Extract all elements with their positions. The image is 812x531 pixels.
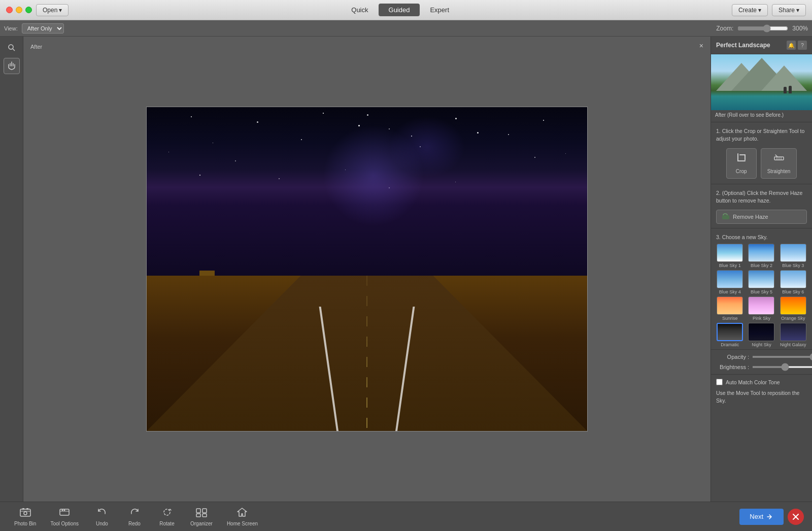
next-arrow-icon [765,513,773,521]
panel-notification-icon[interactable]: 🔔 [787,41,796,50]
photo-bin-label: Photo Bin [14,521,36,526]
sky-item-sunrise[interactable]: Sunrise [715,296,745,321]
bottom-right: Next [739,509,804,525]
divider-4 [711,349,812,350]
sky-thumb-blue-sky-1 [717,244,743,262]
photo-bin-button[interactable]: Photo Bin [8,505,42,528]
main-layout: After × [0,37,812,502]
rotate-label: Rotate [159,521,174,526]
sky-item-blue-sky-3[interactable]: Blue Sky 3 [779,244,808,268]
panel-help-icon[interactable]: ? [798,41,807,50]
undo-icon [96,507,108,520]
auto-match-checkbox[interactable] [716,379,723,385]
panel-header: Perfect Landscape 🔔 ? [711,37,812,54]
svg-rect-9 [22,508,24,510]
divider-1 [711,122,812,122]
svg-rect-17 [196,509,200,513]
sky-label-night-galaxy: Night Galaxy [780,342,806,347]
undo-button[interactable]: Undo [87,505,117,528]
divider-3 [711,228,812,228]
auto-match-label: Auto Match Color Tone [726,379,780,385]
sky-item-night-galaxy[interactable]: Night Galaxy [779,323,808,347]
sky-item-dramatic[interactable]: Dramatic [715,323,745,347]
left-toolbar [0,37,23,502]
brightness-slider[interactable] [752,366,812,368]
share-button[interactable]: Share ▾ [772,4,806,16]
svg-rect-18 [202,509,207,513]
svg-rect-20 [202,514,207,517]
road-layer [147,276,587,431]
titlebar: Open ▾ Quick Guided Expert Create ▾ Shar… [0,0,812,20]
home-screen-icon [236,507,248,520]
crop-tool-card[interactable]: Crop [726,148,757,179]
photo-bin-icon [20,507,31,520]
step3-text: 3. Choose a new Sky. [711,230,812,244]
sky-label-dramatic: Dramatic [721,342,739,347]
redo-button[interactable]: Redo [119,505,150,528]
open-button[interactable]: Open ▾ [36,4,69,16]
canvas-close-button[interactable]: × [696,41,706,51]
hand-tool-button[interactable] [4,58,20,74]
zoom-tool-button[interactable] [4,40,20,56]
canvas-label: After [30,44,42,50]
minimize-button[interactable] [16,7,22,13]
organizer-label: Organizer [190,521,213,526]
traffic-lights [6,7,32,13]
sky-item-blue-sky-5[interactable]: Blue Sky 5 [747,270,776,294]
close-button[interactable] [6,7,13,13]
sky-item-blue-sky-1[interactable]: Blue Sky 1 [715,244,745,268]
remove-haze-button[interactable]: Remove Haze [716,210,807,224]
svg-point-14 [62,509,63,511]
brightness-row: Brightness : [711,362,812,372]
home-screen-button[interactable]: Home Screen [221,505,264,528]
zoom-area: Zoom: 300% [716,24,808,32]
organizer-button[interactable]: Organizer [184,505,219,528]
opacity-slider[interactable] [752,356,812,358]
sky-item-night-sky[interactable]: Night Sky [747,323,776,347]
sky-item-blue-sky-2[interactable]: Blue Sky 2 [747,244,776,268]
redo-label: Redo [128,521,141,526]
sky-thumb-blue-sky-4 [717,270,743,288]
straighten-label: Straighten [767,169,791,174]
sky-thumb-dramatic [717,323,743,341]
straighten-tool-card[interactable]: Straighten [761,148,797,179]
bottom-bar: Photo Bin Tool Options Undo [0,502,812,531]
tool-buttons-row: Crop Straighten [711,145,812,182]
sky-thumb-sunrise [717,296,743,315]
sky-layer [147,107,587,285]
opacity-label: Opacity : [716,354,749,360]
brightness-label: Brightness : [716,364,749,370]
tool-options-button[interactable]: Tool Options [44,505,85,528]
sky-thumb-night-galaxy [780,323,806,341]
tab-quick[interactable]: Quick [341,4,378,16]
right-panel: Perfect Landscape 🔔 ? After (Roll over t… [710,37,812,502]
cancel-button[interactable] [788,509,804,525]
next-button[interactable]: Next [739,509,784,525]
sky-label-blue-sky-5: Blue Sky 5 [751,289,772,294]
sky-grid: Blue Sky 1Blue Sky 2Blue Sky 3Blue Sky 4… [711,244,812,347]
view-label: View: [4,25,18,31]
rotate-icon [161,507,173,520]
create-button[interactable]: Create ▾ [732,4,768,16]
sky-item-orange-sky[interactable]: Orange Sky [779,296,808,321]
sky-thumb-pink-sky [748,296,774,315]
tool-options-label: Tool Options [50,521,79,526]
titlebar-right: Create ▾ Share ▾ [732,4,806,16]
preview-image [711,54,812,110]
svg-rect-10 [26,508,28,510]
svg-line-1 [13,49,15,51]
sky-item-pink-sky[interactable]: Pink Sky [747,296,776,321]
sky-label-blue-sky-2: Blue Sky 2 [751,263,772,268]
view-select[interactable]: After Only [22,23,64,34]
rotate-button[interactable]: Rotate [152,505,182,528]
sky-item-blue-sky-6[interactable]: Blue Sky 6 [779,270,808,294]
sky-item-blue-sky-4[interactable]: Blue Sky 4 [715,270,745,294]
menubar: View: After Only Zoom: 300% [0,20,812,37]
move-tool-text: Use the Move Tool to reposition the Sky. [711,387,812,408]
tab-guided[interactable]: Guided [379,4,420,16]
tool-options-icon [59,507,70,520]
sky-thumb-blue-sky-5 [748,270,774,288]
tab-expert[interactable]: Expert [420,4,459,16]
maximize-button[interactable] [25,7,32,13]
zoom-slider[interactable] [737,24,788,32]
